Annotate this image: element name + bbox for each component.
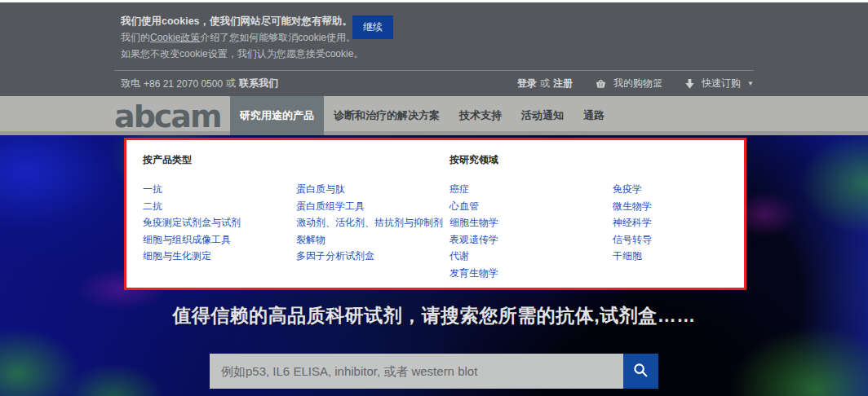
cookie-policy-line: 我们的Cookie政策介绍了您如何能够取消cookie使用。 (121, 29, 754, 46)
menu-link[interactable]: 微生物学 (613, 198, 744, 215)
register-link[interactable]: 注册 (553, 77, 573, 90)
quick-order-group[interactable]: 快速订购 ▼ (684, 77, 754, 90)
phone-line: 致电 +86 21 2070 0500 或 联系我们 (121, 77, 281, 90)
or-word-2: 或 (540, 77, 550, 90)
menu-link[interactable]: 免疫学 (613, 181, 744, 198)
menu-link[interactable]: 表观遗传学 (450, 231, 613, 249)
login-register-group: 登录 或 注册 (517, 77, 573, 90)
cookie-line2-suffix: 介绍了您如何能够取消cookie使用。 (200, 32, 356, 43)
search-button[interactable] (623, 354, 658, 389)
nav-item-3[interactable]: 活动通知 (512, 96, 574, 135)
by-product-type-heading: 按产品类型 (143, 153, 450, 167)
menu-link[interactable]: 发育生物学 (450, 265, 613, 282)
top-banner: 我们使用cookies，使我们网站尽可能对您有帮助。 我们的Cookie政策介绍… (0, 2, 868, 96)
nav-menu: 研究用途的产品诊断和治疗的解决方案技术支持活动通知通路 (230, 96, 614, 135)
nav-item-2[interactable]: 技术支持 (450, 96, 512, 135)
menu-link[interactable]: 心血管 (450, 198, 613, 215)
cookie-line3: 如果您不改变cookie设置，我们认为您愿意接受cookie。 (121, 46, 754, 62)
menu-link[interactable]: 神经科学 (613, 214, 744, 231)
page: 我们使用cookies，使我们网站尽可能对您有帮助。 我们的Cookie政策介绍… (0, 0, 868, 396)
nav-item-4[interactable]: 通路 (574, 96, 614, 135)
menu-link[interactable]: 癌症 (450, 181, 613, 198)
product-links-col1: 一抗二抗免疫测定试剂盒与试剂细胞与组织成像工具细胞与生化测定 (143, 181, 296, 281)
menu-link[interactable]: 代谢 (450, 248, 613, 265)
utility-bar: 致电 +86 21 2070 0500 或 联系我们 登录 或 注册 (114, 71, 754, 96)
down-arrow-icon (684, 77, 696, 90)
search-bar (210, 354, 658, 389)
search-input[interactable] (210, 354, 623, 389)
cookie-title: 我们使用cookies，使我们网站尽可能对您有帮助。 (121, 13, 754, 29)
abcam-logo[interactable]: abcam (114, 96, 230, 135)
menu-link[interactable]: 二抗 (143, 198, 296, 215)
basket-group[interactable]: 我的购物篮 (594, 77, 662, 90)
account-links: 登录 或 注册 我的购物篮 (517, 77, 754, 90)
menu-link[interactable]: 一抗 (143, 181, 296, 198)
call-prefix: 致电 (121, 77, 140, 90)
contact-us-link[interactable]: 联系我们 (239, 77, 278, 90)
hero-section: 按产品类型 按研究领域 一抗二抗免疫测定试剂盒与试剂细胞与组织成像工具细胞与生化… (0, 135, 868, 396)
or-word: 或 (226, 77, 236, 90)
menu-link[interactable]: 细胞与组织成像工具 (143, 231, 296, 249)
quick-order-link[interactable]: 快速订购 (702, 77, 741, 90)
search-icon (632, 362, 649, 381)
menu-link[interactable]: 干细胞 (613, 248, 744, 265)
menu-link[interactable]: 蛋白质与肽 (296, 181, 450, 198)
research-links-col2: 免疫学微生物学神经科学信号转导干细胞 (613, 181, 744, 281)
research-links-col1: 癌症心血管细胞生物学表观遗传学代谢发育生物学 (450, 181, 613, 281)
main-nav: abcam 研究用途的产品诊断和治疗的解决方案技术支持活动通知通路 (0, 96, 868, 135)
login-link[interactable]: 登录 (517, 77, 537, 90)
product-links-col2: 蛋白质与肽蛋白质组学工具激动剂、活化剂、拮抗剂与抑制剂裂解物多因子分析试剂盒 (296, 181, 450, 281)
menu-link[interactable]: 激动剂、活化剂、拮抗剂与抑制剂 (296, 214, 450, 231)
chevron-down-icon: ▼ (747, 80, 754, 87)
by-research-area-heading: 按研究领域 (450, 153, 744, 167)
basket-icon (594, 77, 608, 90)
phone-number: +86 21 2070 0500 (144, 78, 223, 90)
menu-link[interactable]: 蛋白质组学工具 (296, 198, 450, 215)
nav-item-0[interactable]: 研究用途的产品 (230, 96, 324, 139)
products-mega-menu: 按产品类型 按研究领域 一抗二抗免疫测定试剂盒与试剂细胞与组织成像工具细胞与生化… (124, 138, 746, 290)
basket-link[interactable]: 我的购物篮 (613, 77, 662, 90)
cookie-banner: 我们使用cookies，使我们网站尽可能对您有帮助。 我们的Cookie政策介绍… (114, 2, 754, 71)
menu-link[interactable]: 细胞与生化测定 (143, 248, 296, 265)
hero-heading: 值得信赖的高品质科研试剂，请搜索您所需的抗体,试剂盒…… (0, 303, 868, 328)
menu-link[interactable]: 细胞生物学 (450, 214, 613, 231)
menu-link[interactable]: 信号转导 (613, 231, 744, 249)
menu-link[interactable]: 裂解物 (296, 231, 450, 249)
nav-item-1[interactable]: 诊断和治疗的解决方案 (324, 96, 450, 135)
cookie-line2-prefix: 我们的 (121, 32, 150, 43)
menu-link[interactable]: 免疫测定试剂盒与试剂 (143, 214, 296, 231)
cookie-continue-button[interactable]: 继续 (352, 15, 393, 39)
menu-link[interactable]: 多因子分析试剂盒 (296, 248, 450, 265)
cookie-policy-link[interactable]: Cookie政策 (150, 32, 200, 43)
